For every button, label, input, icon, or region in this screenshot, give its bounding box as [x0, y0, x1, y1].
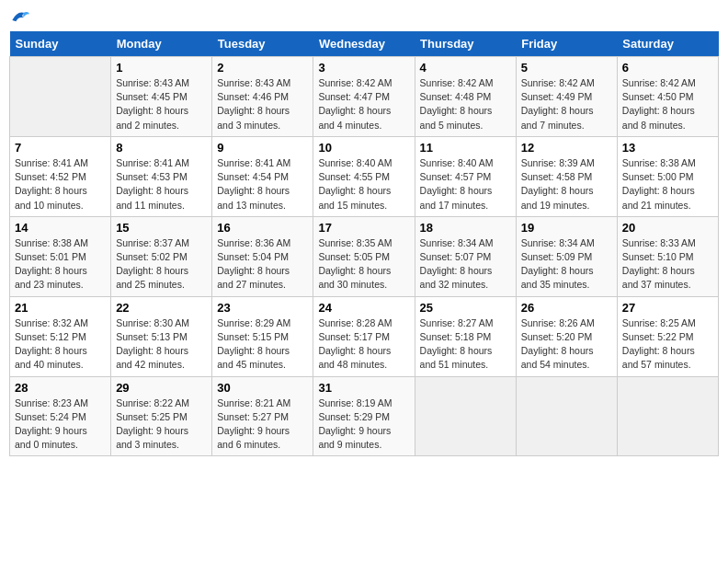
calendar-week-2: 7Sunrise: 8:41 AM Sunset: 4:52 PM Daylig… — [10, 136, 719, 216]
calendar-cell: 11Sunrise: 8:40 AM Sunset: 4:57 PM Dayli… — [415, 136, 516, 216]
day-info: Sunrise: 8:33 AM Sunset: 5:10 PM Dayligh… — [622, 236, 713, 293]
day-info: Sunrise: 8:41 AM Sunset: 4:53 PM Dayligh… — [116, 156, 207, 213]
calendar-cell: 13Sunrise: 8:38 AM Sunset: 5:00 PM Dayli… — [617, 136, 718, 216]
day-number: 19 — [521, 221, 612, 235]
calendar-week-5: 28Sunrise: 8:23 AM Sunset: 5:24 PM Dayli… — [10, 376, 719, 456]
calendar-header-row: SundayMondayTuesdayWednesdayThursdayFrid… — [10, 31, 719, 57]
calendar-week-3: 14Sunrise: 8:38 AM Sunset: 5:01 PM Dayli… — [10, 216, 719, 296]
calendar-cell: 28Sunrise: 8:23 AM Sunset: 5:24 PM Dayli… — [10, 376, 111, 456]
calendar-cell: 10Sunrise: 8:40 AM Sunset: 4:55 PM Dayli… — [313, 136, 415, 216]
day-info: Sunrise: 8:41 AM Sunset: 4:54 PM Dayligh… — [217, 156, 308, 213]
calendar-cell — [617, 376, 718, 456]
day-number: 31 — [318, 381, 409, 395]
calendar-cell: 26Sunrise: 8:26 AM Sunset: 5:20 PM Dayli… — [516, 296, 617, 376]
day-number: 4 — [420, 61, 511, 75]
calendar-week-1: 1Sunrise: 8:43 AM Sunset: 4:45 PM Daylig… — [10, 57, 719, 137]
day-info: Sunrise: 8:28 AM Sunset: 5:17 PM Dayligh… — [318, 316, 409, 373]
day-info: Sunrise: 8:41 AM Sunset: 4:52 PM Dayligh… — [15, 156, 106, 213]
day-number: 20 — [622, 221, 713, 235]
day-number: 17 — [318, 221, 409, 235]
calendar-cell: 25Sunrise: 8:27 AM Sunset: 5:18 PM Dayli… — [415, 296, 516, 376]
calendar-cell: 8Sunrise: 8:41 AM Sunset: 4:53 PM Daylig… — [111, 136, 212, 216]
day-info: Sunrise: 8:34 AM Sunset: 5:09 PM Dayligh… — [521, 236, 612, 293]
day-number: 11 — [420, 141, 511, 155]
day-info: Sunrise: 8:42 AM Sunset: 4:49 PM Dayligh… — [521, 76, 612, 132]
calendar-cell — [415, 376, 516, 456]
day-info: Sunrise: 8:39 AM Sunset: 4:58 PM Dayligh… — [521, 156, 612, 213]
day-number: 14 — [15, 221, 106, 235]
day-info: Sunrise: 8:43 AM Sunset: 4:46 PM Dayligh… — [217, 76, 308, 132]
calendar-cell: 14Sunrise: 8:38 AM Sunset: 5:01 PM Dayli… — [10, 216, 111, 296]
calendar-cell: 21Sunrise: 8:32 AM Sunset: 5:12 PM Dayli… — [10, 296, 111, 376]
day-info: Sunrise: 8:25 AM Sunset: 5:22 PM Dayligh… — [622, 316, 713, 373]
calendar-cell: 3Sunrise: 8:42 AM Sunset: 4:47 PM Daylig… — [313, 57, 415, 137]
day-info: Sunrise: 8:19 AM Sunset: 5:29 PM Dayligh… — [318, 396, 409, 453]
day-number: 9 — [217, 141, 308, 155]
calendar-cell: 7Sunrise: 8:41 AM Sunset: 4:52 PM Daylig… — [10, 136, 111, 216]
calendar-cell: 4Sunrise: 8:42 AM Sunset: 4:48 PM Daylig… — [415, 57, 516, 137]
day-info: Sunrise: 8:38 AM Sunset: 5:01 PM Dayligh… — [15, 236, 106, 293]
day-number: 22 — [116, 301, 207, 315]
calendar-cell: 9Sunrise: 8:41 AM Sunset: 4:54 PM Daylig… — [212, 136, 313, 216]
day-number: 8 — [116, 141, 207, 155]
day-info: Sunrise: 8:36 AM Sunset: 5:04 PM Dayligh… — [217, 236, 308, 293]
day-number: 13 — [622, 141, 713, 155]
day-number: 7 — [15, 141, 106, 155]
day-info: Sunrise: 8:30 AM Sunset: 5:13 PM Dayligh… — [116, 316, 207, 373]
day-number: 29 — [116, 381, 207, 395]
calendar-cell: 15Sunrise: 8:37 AM Sunset: 5:02 PM Dayli… — [111, 216, 212, 296]
calendar-cell — [516, 376, 617, 456]
header-thursday: Thursday — [415, 31, 516, 57]
day-number: 10 — [318, 141, 409, 155]
day-number: 24 — [318, 301, 409, 315]
day-info: Sunrise: 8:40 AM Sunset: 4:55 PM Dayligh… — [318, 156, 409, 213]
calendar-cell: 22Sunrise: 8:30 AM Sunset: 5:13 PM Dayli… — [111, 296, 212, 376]
calendar-cell: 29Sunrise: 8:22 AM Sunset: 5:25 PM Dayli… — [111, 376, 212, 456]
day-number: 6 — [622, 61, 713, 75]
calendar-cell: 5Sunrise: 8:42 AM Sunset: 4:49 PM Daylig… — [516, 57, 617, 137]
header-sunday: Sunday — [10, 31, 111, 57]
day-info: Sunrise: 8:43 AM Sunset: 4:45 PM Dayligh… — [116, 76, 207, 132]
calendar-cell: 2Sunrise: 8:43 AM Sunset: 4:46 PM Daylig… — [212, 57, 313, 137]
calendar-cell: 12Sunrise: 8:39 AM Sunset: 4:58 PM Dayli… — [516, 136, 617, 216]
day-info: Sunrise: 8:29 AM Sunset: 5:15 PM Dayligh… — [217, 316, 308, 373]
day-number: 5 — [521, 61, 612, 75]
day-info: Sunrise: 8:40 AM Sunset: 4:57 PM Dayligh… — [420, 156, 511, 213]
header-tuesday: Tuesday — [212, 31, 313, 57]
day-number: 3 — [318, 61, 409, 75]
calendar-cell: 18Sunrise: 8:34 AM Sunset: 5:07 PM Dayli… — [415, 216, 516, 296]
day-number: 30 — [217, 381, 308, 395]
calendar-cell: 19Sunrise: 8:34 AM Sunset: 5:09 PM Dayli… — [516, 216, 617, 296]
day-number: 27 — [622, 301, 713, 315]
calendar-cell: 31Sunrise: 8:19 AM Sunset: 5:29 PM Dayli… — [313, 376, 415, 456]
day-info: Sunrise: 8:38 AM Sunset: 5:00 PM Dayligh… — [622, 156, 713, 213]
calendar-cell: 16Sunrise: 8:36 AM Sunset: 5:04 PM Dayli… — [212, 216, 313, 296]
day-number: 1 — [116, 61, 207, 75]
header-saturday: Saturday — [617, 31, 718, 57]
day-number: 21 — [15, 301, 106, 315]
day-info: Sunrise: 8:34 AM Sunset: 5:07 PM Dayligh… — [420, 236, 511, 293]
day-info: Sunrise: 8:21 AM Sunset: 5:27 PM Dayligh… — [217, 396, 308, 453]
logo — [9, 9, 29, 24]
day-number: 28 — [15, 381, 106, 395]
day-number: 25 — [420, 301, 511, 315]
calendar-cell: 20Sunrise: 8:33 AM Sunset: 5:10 PM Dayli… — [617, 216, 718, 296]
day-info: Sunrise: 8:42 AM Sunset: 4:50 PM Dayligh… — [622, 76, 713, 132]
day-number: 12 — [521, 141, 612, 155]
day-info: Sunrise: 8:35 AM Sunset: 5:05 PM Dayligh… — [318, 236, 409, 293]
day-info: Sunrise: 8:23 AM Sunset: 5:24 PM Dayligh… — [15, 396, 106, 453]
header-monday: Monday — [111, 31, 212, 57]
header-wednesday: Wednesday — [313, 31, 415, 57]
day-number: 16 — [217, 221, 308, 235]
day-number: 26 — [521, 301, 612, 315]
day-info: Sunrise: 8:37 AM Sunset: 5:02 PM Dayligh… — [116, 236, 207, 293]
day-info: Sunrise: 8:42 AM Sunset: 4:48 PM Dayligh… — [420, 76, 511, 132]
day-info: Sunrise: 8:22 AM Sunset: 5:25 PM Dayligh… — [116, 396, 207, 453]
day-number: 23 — [217, 301, 308, 315]
calendar-cell: 23Sunrise: 8:29 AM Sunset: 5:15 PM Dayli… — [212, 296, 313, 376]
day-info: Sunrise: 8:32 AM Sunset: 5:12 PM Dayligh… — [15, 316, 106, 373]
calendar-week-4: 21Sunrise: 8:32 AM Sunset: 5:12 PM Dayli… — [10, 296, 719, 376]
day-info: Sunrise: 8:27 AM Sunset: 5:18 PM Dayligh… — [420, 316, 511, 373]
page-header — [9, 9, 719, 24]
day-number: 18 — [420, 221, 511, 235]
